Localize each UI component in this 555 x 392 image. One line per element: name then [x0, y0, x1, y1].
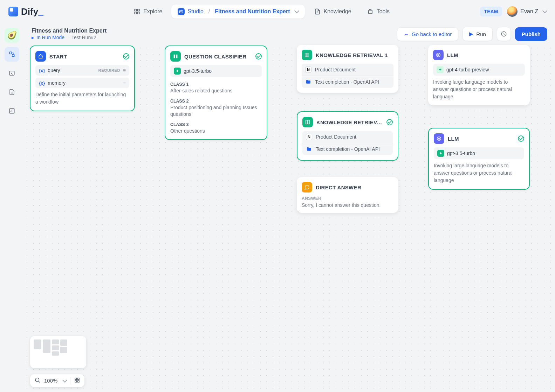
svg-rect-3: [138, 12, 139, 14]
node-title: DIRECT ANSWER: [316, 184, 393, 190]
chevron-down-icon[interactable]: [62, 377, 67, 382]
check-icon: [386, 119, 393, 125]
workflow-canvas[interactable]: START {x} query REQUIRED ≡ {x} memory ≡ …: [24, 45, 555, 392]
svg-rect-33: [78, 381, 80, 383]
class-item[interactable]: CLASS 2 Product positioning and planning…: [170, 97, 262, 120]
node-knowledge-retrieval-1[interactable]: KNOWLEDGE RETRIEVAL 1 NProduct Document …: [297, 45, 398, 93]
node-llm-1[interactable]: LLM ✦ gpt-4-turbo-preview Invoking large…: [428, 45, 530, 105]
node-classifier[interactable]: QUESTION CLASSIFIER ✦ gpt-3.5-turbo CLAS…: [165, 46, 267, 140]
svg-rect-12: [12, 55, 14, 57]
svg-point-26: [437, 137, 441, 141]
node-llm-2[interactable]: LLM ✦ gpt-3.5-turbo Invoking large langu…: [428, 128, 530, 190]
kb-source[interactable]: NProduct Document: [302, 131, 393, 143]
node-start[interactable]: START {x} query REQUIRED ≡ {x} memory ≡ …: [30, 46, 135, 111]
node-title: LLM: [447, 52, 525, 58]
user-menu[interactable]: Evan Z: [507, 6, 547, 17]
tool-icon: [367, 8, 374, 15]
node-description: Invoking large language models to answer…: [433, 78, 525, 100]
openai-icon: ✦: [174, 68, 181, 75]
svg-rect-2: [135, 12, 136, 14]
node-title: LLM: [448, 136, 514, 142]
kb-source[interactable]: NProduct Document: [302, 64, 393, 76]
kb-source[interactable]: Text completion - OpenAI API: [302, 76, 393, 88]
logo-text: Dify_: [21, 6, 43, 17]
team-badge[interactable]: TEAM: [480, 7, 502, 16]
svg-rect-10: [368, 10, 372, 14]
logo[interactable]: Dify_: [8, 6, 43, 17]
user-name: Evan Z: [520, 8, 538, 15]
chevron-down-icon[interactable]: [294, 8, 299, 13]
classifier-icon: [170, 51, 181, 62]
class-label: CLASS 1: [170, 82, 262, 87]
kb-source[interactable]: Text completion - OpenAI API: [302, 143, 393, 155]
svg-point-6: [182, 12, 182, 12]
llm-icon: [433, 50, 444, 60]
model-selector[interactable]: ✦ gpt-4-turbo-preview: [433, 64, 525, 76]
zoom-control[interactable]: 100%: [30, 374, 84, 387]
rail-workflow[interactable]: [5, 47, 19, 62]
home-icon: [35, 51, 46, 62]
nav-studio[interactable]: Studio / Fitness and Nutrition Expert: [171, 5, 304, 19]
model-selector[interactable]: ✦ gpt-3.5-turbo: [170, 65, 262, 77]
svg-point-27: [438, 138, 440, 139]
svg-rect-23: [176, 55, 177, 58]
class-text: After-sales related questions: [170, 88, 262, 94]
model-selector[interactable]: ✦ gpt-3.5-turbo: [434, 147, 524, 159]
node-direct-answer[interactable]: DIRECT ANSWER ANSWER Sorry, I cannot ans…: [297, 177, 398, 213]
openai-icon: ✦: [437, 66, 444, 73]
var-row[interactable]: {x} query REQUIRED ≡: [35, 65, 129, 76]
svg-line-29: [39, 381, 40, 382]
svg-point-28: [35, 378, 39, 382]
search-icon: [34, 377, 41, 384]
nav-knowledge[interactable]: Knowledge: [308, 5, 358, 19]
status-separator: ·: [67, 35, 69, 40]
publish-button[interactable]: Publish: [515, 27, 547, 41]
nav-studio-label: Studio: [187, 8, 203, 15]
minimap[interactable]: [30, 336, 86, 368]
node-title: QUESTION CLASSIFIER: [184, 54, 252, 59]
avatar: [507, 6, 518, 17]
chevron-down-icon: [542, 8, 547, 13]
svg-rect-11: [9, 52, 12, 54]
nav-tools-label: Tools: [377, 8, 390, 15]
history-button[interactable]: [497, 27, 511, 41]
answer-icon: [302, 182, 312, 192]
var-name: memory: [48, 80, 120, 86]
minimap-content: [34, 340, 83, 356]
menu-icon: ≡: [123, 68, 126, 73]
var-row[interactable]: {x} memory ≡: [35, 78, 129, 88]
kb-source-label: Text completion - OpenAI API: [315, 79, 379, 85]
model-name: gpt-3.5-turbo: [184, 68, 212, 74]
rail-analytics[interactable]: [5, 104, 19, 118]
var-name: query: [48, 68, 95, 73]
node-description: Invoking large language models to answer…: [434, 162, 524, 184]
svg-rect-31: [78, 378, 80, 380]
back-to-editor-button[interactable]: ← Go back to editor: [397, 27, 458, 41]
svg-point-25: [438, 54, 439, 56]
node-title: KNOWLEDGE RETRIEVA...: [316, 119, 383, 125]
layout-icon[interactable]: [74, 377, 80, 384]
node-title: KNOWLEDGE RETRIEVAL 1: [316, 52, 393, 58]
class-item[interactable]: CLASS 1 After-sales related questions: [170, 80, 262, 97]
svg-rect-32: [75, 381, 77, 383]
rail-logs[interactable]: [5, 85, 19, 99]
nav-explore[interactable]: Explore: [127, 5, 169, 19]
document-icon: [314, 8, 321, 15]
class-text: Product positioning and planning Issues …: [170, 104, 262, 118]
check-icon: [123, 53, 129, 59]
openai-icon: ✦: [437, 150, 444, 157]
class-item[interactable]: CLASS 3 Other questions: [170, 120, 262, 137]
rail-terminal[interactable]: [5, 66, 19, 80]
breadcrumb-app-name: Fitness and Nutrition Expert: [215, 8, 290, 15]
app-avatar[interactable]: 🥑: [5, 28, 19, 43]
notion-icon: N: [306, 134, 312, 140]
run-button-label: Run: [476, 31, 486, 37]
run-button[interactable]: ▶ Run: [463, 27, 493, 41]
play-icon: ▶: [469, 31, 473, 37]
node-knowledge-retrieval-2[interactable]: KNOWLEDGE RETRIEVA... NProduct Document …: [297, 111, 398, 161]
nav-knowledge-label: Knowledge: [324, 8, 351, 15]
robot-icon: [178, 8, 185, 15]
back-button-label: Go back to editor: [412, 31, 452, 37]
nav-tools[interactable]: Tools: [361, 5, 396, 19]
svg-point-24: [437, 53, 440, 57]
